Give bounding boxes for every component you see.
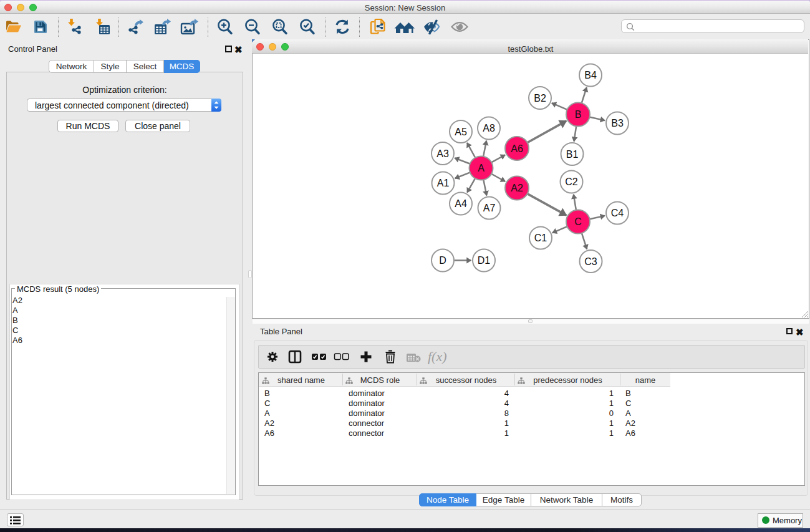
svg-text:C1: C1 bbox=[534, 233, 547, 243]
svg-text:B1: B1 bbox=[566, 149, 579, 160]
svg-text:C3: C3 bbox=[584, 256, 597, 267]
svg-text:C4: C4 bbox=[611, 208, 624, 218]
svg-text:D: D bbox=[439, 255, 446, 266]
svg-text:A2: A2 bbox=[511, 183, 523, 193]
svg-text:B3: B3 bbox=[611, 118, 624, 128]
svg-text:D1: D1 bbox=[478, 255, 491, 266]
svg-text:B: B bbox=[575, 109, 582, 120]
svg-text:A5: A5 bbox=[455, 127, 467, 137]
svg-text:A6: A6 bbox=[511, 143, 523, 154]
svg-text:A1: A1 bbox=[437, 178, 450, 188]
svg-text:B2: B2 bbox=[534, 93, 546, 104]
svg-text:B4: B4 bbox=[584, 70, 597, 80]
svg-text:C: C bbox=[574, 216, 582, 227]
svg-text:C2: C2 bbox=[565, 177, 578, 187]
svg-text:A8: A8 bbox=[483, 123, 495, 133]
svg-text:A: A bbox=[478, 163, 485, 173]
svg-text:A4: A4 bbox=[455, 198, 467, 209]
svg-text:A3: A3 bbox=[436, 148, 449, 159]
svg-text:A7: A7 bbox=[483, 203, 496, 213]
